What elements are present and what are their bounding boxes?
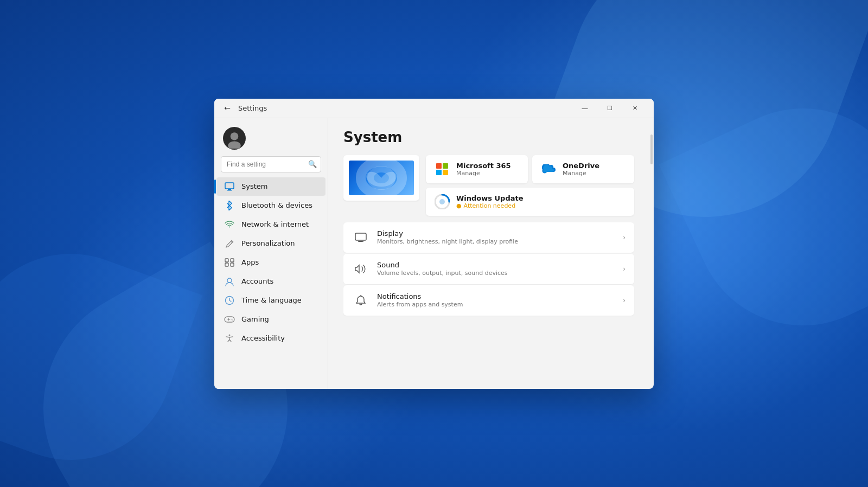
svg-rect-19 <box>355 233 366 240</box>
windows-update-card[interactable]: Windows Update ● Attention needed <box>426 188 634 216</box>
sidebar-item-label: System <box>241 182 267 190</box>
window-body: 🔍 System Bluetooth & devices <box>214 118 654 389</box>
svg-rect-6 <box>225 259 228 262</box>
accessibility-icon <box>224 333 235 344</box>
search-input[interactable] <box>221 156 321 172</box>
sound-setting[interactable]: Sound Volume levels, output, input, soun… <box>343 254 634 284</box>
sidebar-item-network[interactable]: Network & internet <box>216 215 326 234</box>
minimize-button[interactable]: — <box>572 99 597 118</box>
network-icon <box>224 219 235 230</box>
svg-point-15 <box>229 334 231 336</box>
personalization-icon <box>224 238 235 249</box>
windows-update-text: Windows Update ● Attention needed <box>456 194 524 209</box>
sidebar-item-bluetooth[interactable]: Bluetooth & devices <box>216 196 326 215</box>
svg-rect-7 <box>231 259 234 262</box>
nav-items: System Bluetooth & devices Network & int… <box>214 177 328 389</box>
notifications-setting[interactable]: Notifications Alerts from apps and syste… <box>343 285 634 316</box>
system-image-card <box>343 155 419 201</box>
time-icon <box>224 295 235 306</box>
sidebar-item-label: Accessibility <box>241 334 285 342</box>
sidebar-item-system[interactable]: System <box>216 177 326 196</box>
windows-update-icon <box>433 193 451 210</box>
close-button[interactable]: ✕ <box>622 99 647 118</box>
sidebar-item-gaming[interactable]: Gaming <box>216 310 326 329</box>
sidebar-item-label: Bluetooth & devices <box>241 201 312 209</box>
main-content: System <box>328 118 649 389</box>
onedrive-card[interactable]: OneDrive Manage <box>532 155 634 183</box>
sidebar-item-apps[interactable]: Apps <box>216 253 326 272</box>
accounts-icon <box>224 276 235 287</box>
titlebar: ← Settings — ☐ ✕ <box>214 99 654 118</box>
sound-icon <box>352 260 369 278</box>
system-image <box>349 161 414 195</box>
sidebar-item-accessibility[interactable]: Accessibility <box>216 329 326 348</box>
sidebar-item-label: Personalization <box>241 239 295 247</box>
sound-text: Sound Volume levels, output, input, soun… <box>377 261 615 277</box>
microsoft365-text: Microsoft 365 Manage <box>456 162 511 177</box>
chevron-right-icon: › <box>623 297 626 304</box>
svg-point-13 <box>231 318 232 319</box>
svg-rect-21 <box>358 241 363 242</box>
svg-point-10 <box>227 278 232 283</box>
window-controls: — ☐ ✕ <box>572 99 647 118</box>
page-title: System <box>343 129 634 145</box>
settings-list: Display Monitors, brightness, night ligh… <box>343 222 634 316</box>
sidebar-item-accounts[interactable]: Accounts <box>216 272 326 291</box>
svg-point-1 <box>231 132 238 140</box>
svg-point-14 <box>232 319 233 321</box>
onedrive-text: OneDrive Manage <box>563 162 599 177</box>
sidebar-item-label: Network & internet <box>241 220 309 228</box>
sidebar-item-label: Time & language <box>241 296 302 304</box>
svg-rect-3 <box>225 183 234 189</box>
sidebar-item-label: Apps <box>241 258 259 266</box>
scrollbar[interactable] <box>649 118 654 389</box>
sidebar: 🔍 System Bluetooth & devices <box>214 118 328 389</box>
svg-rect-8 <box>225 263 228 266</box>
window-title: Settings <box>238 104 572 112</box>
settings-window: ← Settings — ☐ ✕ 🔍 <box>214 99 654 389</box>
chevron-right-icon: › <box>623 234 626 241</box>
display-icon <box>352 229 369 246</box>
display-text: Display Monitors, brightness, night ligh… <box>377 229 615 245</box>
notifications-icon <box>352 292 369 309</box>
bluetooth-icon <box>224 200 235 211</box>
sidebar-item-label: Accounts <box>241 277 273 285</box>
svg-point-18 <box>439 199 445 204</box>
svg-rect-5 <box>227 190 232 190</box>
search-box: 🔍 <box>221 156 321 172</box>
profile-area <box>214 118 328 154</box>
microsoft365-icon <box>433 161 451 178</box>
maximize-button[interactable]: ☐ <box>597 99 622 118</box>
apps-icon <box>224 257 235 268</box>
chevron-right-icon: › <box>623 265 626 273</box>
display-setting[interactable]: Display Monitors, brightness, night ligh… <box>343 222 634 253</box>
avatar[interactable] <box>223 127 246 150</box>
sidebar-item-time[interactable]: Time & language <box>216 291 326 310</box>
system-icon <box>224 181 235 192</box>
microsoft365-card[interactable]: Microsoft 365 Manage <box>426 155 528 183</box>
search-icon: 🔍 <box>308 160 317 168</box>
gaming-icon <box>224 314 235 325</box>
sidebar-item-personalization[interactable]: Personalization <box>216 234 326 253</box>
notifications-text: Notifications Alerts from apps and syste… <box>377 292 615 308</box>
back-button[interactable]: ← <box>221 101 234 114</box>
svg-rect-9 <box>231 263 234 266</box>
onedrive-icon <box>540 161 557 178</box>
sidebar-item-label: Gaming <box>241 315 269 323</box>
